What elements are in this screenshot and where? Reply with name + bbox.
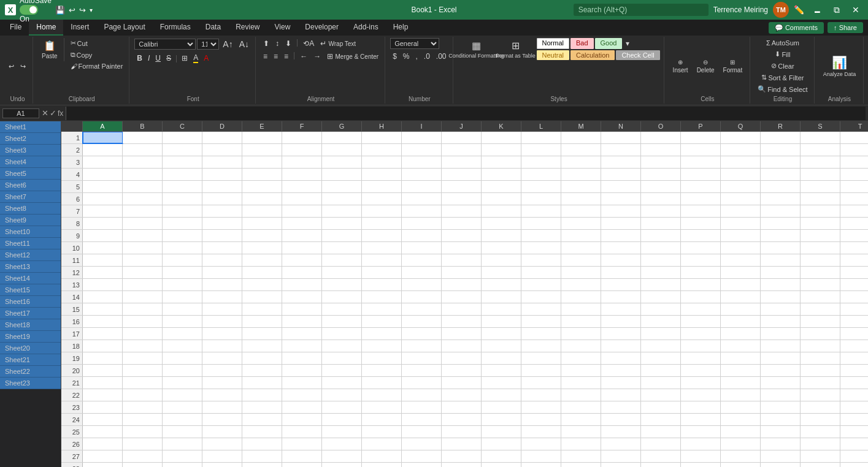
cell-T1[interactable]	[840, 132, 868, 143]
cell-H18[interactable]	[362, 340, 402, 352]
cell-R2[interactable]	[761, 144, 801, 156]
cell-I21[interactable]	[402, 377, 442, 389]
cell-P10[interactable]	[681, 242, 721, 254]
cell-L6[interactable]	[521, 193, 561, 205]
tab-page-layout[interactable]: Page Layout	[96, 20, 152, 36]
cell-K5[interactable]	[482, 181, 521, 192]
cell-P17[interactable]	[681, 328, 721, 340]
col-header-c[interactable]: C	[163, 121, 202, 131]
cell-R10[interactable]	[761, 242, 801, 254]
cell-P8[interactable]	[681, 218, 721, 229]
tab-formulas[interactable]: Formulas	[153, 20, 198, 36]
cell-Q4[interactable]	[721, 169, 761, 180]
cell-C6[interactable]	[163, 193, 202, 205]
cell-O10[interactable]	[641, 242, 681, 254]
cell-E8[interactable]	[242, 218, 282, 229]
cell-J5[interactable]	[442, 181, 482, 192]
cell-reference-box[interactable]	[2, 108, 39, 118]
cell-S3[interactable]	[801, 156, 840, 168]
cell-P27[interactable]	[681, 450, 721, 462]
wrap-text-button[interactable]: ↵ Wrap Text	[318, 38, 358, 49]
cell-A12[interactable]	[83, 267, 123, 278]
cell-M20[interactable]	[561, 365, 601, 376]
cell-K13[interactable]	[482, 279, 521, 290]
conditional-formatting-button[interactable]: ▦ Conditional Formatting	[458, 38, 495, 61]
cell-O2[interactable]	[641, 144, 681, 156]
fill-button[interactable]: ⬇ Fill	[772, 49, 793, 59]
cell-B17[interactable]	[123, 328, 163, 340]
cell-B8[interactable]	[123, 218, 163, 229]
cell-J18[interactable]	[442, 340, 482, 352]
cell-O13[interactable]	[641, 279, 681, 290]
cell-B6[interactable]	[123, 193, 163, 205]
cell-D24[interactable]	[202, 414, 242, 425]
cell-A7[interactable]	[83, 205, 123, 217]
col-header-b[interactable]: B	[123, 121, 163, 131]
cell-T28[interactable]	[840, 463, 868, 467]
cell-T5[interactable]	[840, 181, 868, 192]
cell-P24[interactable]	[681, 414, 721, 425]
style-neutral[interactable]: Neutral	[537, 50, 569, 60]
cell-P2[interactable]	[681, 144, 721, 156]
cell-D27[interactable]	[202, 450, 242, 462]
cell-E19[interactable]	[242, 352, 282, 364]
col-header-m[interactable]: M	[561, 121, 601, 131]
cell-S7[interactable]	[801, 205, 840, 217]
cell-H10[interactable]	[362, 242, 402, 254]
cell-S19[interactable]	[801, 352, 840, 364]
cell-I2[interactable]	[402, 144, 442, 156]
autosave-toggle[interactable]	[20, 5, 38, 15]
cell-E21[interactable]	[242, 377, 282, 389]
cell-P1[interactable]	[681, 132, 721, 143]
cell-H26[interactable]	[362, 438, 402, 450]
cell-E14[interactable]	[242, 291, 282, 303]
cell-J26[interactable]	[442, 438, 482, 450]
tab-developer[interactable]: Developer	[298, 20, 346, 36]
percent-button[interactable]: %	[401, 51, 412, 62]
cell-D3[interactable]	[202, 156, 242, 168]
sheet-list-item[interactable]: Sheet10	[0, 226, 61, 238]
cell-L22[interactable]	[521, 389, 561, 401]
cell-N7[interactable]	[601, 205, 641, 217]
cell-F2[interactable]	[282, 144, 322, 156]
cell-O11[interactable]	[641, 254, 681, 266]
undo-button[interactable]: ↩	[6, 61, 17, 72]
cell-N19[interactable]	[601, 352, 641, 364]
cell-Q10[interactable]	[721, 242, 761, 254]
cell-P23[interactable]	[681, 401, 721, 413]
cell-O6[interactable]	[641, 193, 681, 205]
col-header-e[interactable]: E	[242, 121, 282, 131]
cell-A3[interactable]	[83, 156, 123, 168]
cell-S20[interactable]	[801, 365, 840, 376]
cell-J8[interactable]	[442, 218, 482, 229]
cell-O18[interactable]	[641, 340, 681, 352]
cell-L7[interactable]	[521, 205, 561, 217]
cell-T27[interactable]	[840, 450, 868, 462]
customize-qat[interactable]: ▾	[90, 7, 93, 13]
align-bottom-button[interactable]: ⬇	[283, 38, 294, 49]
cell-E9[interactable]	[242, 230, 282, 241]
cell-C24[interactable]	[163, 414, 202, 425]
cell-S23[interactable]	[801, 401, 840, 413]
sheet-list-item[interactable]: Sheet20	[0, 343, 61, 354]
cell-E18[interactable]	[242, 340, 282, 352]
cell-J16[interactable]	[442, 316, 482, 327]
cell-J28[interactable]	[442, 463, 482, 467]
search-input[interactable]	[574, 4, 709, 16]
cell-B4[interactable]	[123, 169, 163, 180]
cell-K1[interactable]	[482, 132, 521, 143]
cell-T9[interactable]	[840, 230, 868, 241]
cell-L26[interactable]	[521, 438, 561, 450]
cell-G3[interactable]	[322, 156, 362, 168]
cell-M23[interactable]	[561, 401, 601, 413]
cell-S21[interactable]	[801, 377, 840, 389]
cell-G1[interactable]	[322, 132, 362, 143]
cell-G11[interactable]	[322, 254, 362, 266]
decimal-increase-button[interactable]: .0	[421, 51, 432, 62]
cell-B25[interactable]	[123, 426, 163, 438]
cell-Q17[interactable]	[721, 328, 761, 340]
sheet-list-item[interactable]: Sheet17	[0, 308, 61, 319]
cell-H14[interactable]	[362, 291, 402, 303]
cell-E7[interactable]	[242, 205, 282, 217]
cell-I10[interactable]	[402, 242, 442, 254]
